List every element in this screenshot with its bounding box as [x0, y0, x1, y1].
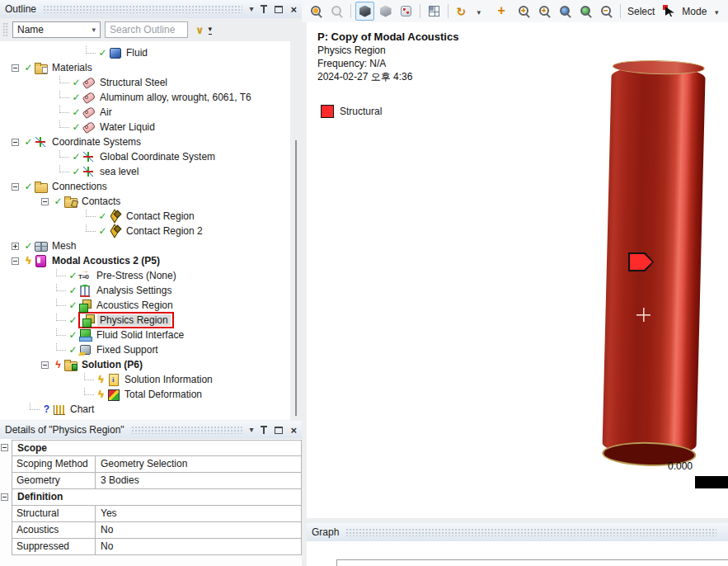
tree-item-contact-region-2[interactable]: ✓Contact Region 2 [0, 224, 290, 238]
tree-item-label: Mesh [49, 240, 78, 252]
cursor-icon [663, 5, 674, 17]
tree-item-fluid[interactable]: ✓Fluid [0, 45, 290, 60]
tree-item-fluid-solid-interface[interactable]: ✓Fluid Solid Interface [0, 328, 290, 342]
tree-item-air[interactable]: ✓Air [0, 105, 290, 120]
search-input[interactable] [105, 21, 188, 38]
pin-icon[interactable] [261, 426, 267, 435]
check-state-icon: ✓ [71, 77, 82, 88]
select-label: Select [627, 6, 655, 17]
bolt-state-icon: ϟ [96, 374, 106, 385]
tree-item-physics-region[interactable]: ✓Physics Region [0, 313, 290, 328]
details-row-suppressed: SuppressedNo [0, 539, 302, 555]
tree-item-sea-level[interactable]: ✓sea level [0, 164, 290, 179]
check-state-icon: ✓ [71, 166, 82, 177]
property-value[interactable]: No [96, 522, 301, 538]
mode-caret[interactable] [711, 2, 728, 21]
expander-minus-icon[interactable] [12, 139, 19, 146]
panel-menu-caret-icon[interactable]: ▾ [249, 426, 253, 434]
more-options-caret-icon[interactable]: ▾ [209, 26, 213, 35]
tree-item-connections[interactable]: ✓Connections [0, 179, 290, 194]
tree-item-water-liquid[interactable]: ✓Water Liquid [0, 120, 290, 134]
tree-item-aluminum-alloy-wrought-6061-t6[interactable]: ✓Aluminum alloy, wrought, 6061, T6 [0, 90, 290, 105]
random-colors-button[interactable] [397, 2, 416, 21]
zoom-button[interactable] [514, 2, 533, 21]
tree-item-acoustics-region[interactable]: ✓Acoustics Region [0, 298, 290, 313]
toolbar-separator [420, 4, 420, 18]
geometry-viewport[interactable]: P: Copy of Modal Acoustics Physics Regio… [307, 22, 728, 518]
maximize-icon[interactable] [275, 427, 283, 434]
ruler-zero-label: 0.000 [668, 460, 693, 472]
tree-item-structural-steel[interactable]: ✓Structural Steel [0, 75, 290, 90]
property-value[interactable]: No [96, 539, 301, 554]
expander-minus-icon[interactable] [41, 361, 49, 369]
zoom-out-button[interactable] [597, 2, 616, 21]
analysis-title: P: Copy of Modal Acoustics [317, 31, 458, 44]
tree-item-total-deformation[interactable]: ϟTotal Deformation [0, 387, 290, 402]
pin-icon[interactable] [261, 5, 267, 14]
tree-item-fixed-support[interactable]: ✓Fixed Support [0, 342, 290, 357]
check-state-icon: ✓ [68, 344, 78, 356]
tree-item-global-coordinate-system[interactable]: ✓Global Coordinate System [0, 149, 290, 164]
mag-green-icon [580, 6, 592, 17]
tree-item-solution-p6[interactable]: ϟSolution (P6) [0, 357, 290, 372]
tree-item-coordinate-systems[interactable]: ✓Coordinate Systems [0, 134, 290, 149]
tree-scrollbar-thumb[interactable] [295, 140, 297, 416]
tree-scrollbar-track[interactable] [290, 41, 302, 420]
settings-icon [78, 284, 92, 297]
details-row-structural: StructuralYes [0, 506, 302, 522]
close-icon[interactable]: × [290, 4, 297, 15]
property-value[interactable]: Yes [96, 506, 301, 521]
dice-icon [401, 6, 411, 17]
legend-label: Structural [340, 106, 382, 117]
toolbar-separator [448, 4, 449, 18]
outline-tree[interactable]: ✓Fluid✓Materials✓Structural Steel✓Alumin… [0, 41, 290, 420]
box-zoom-button[interactable] [535, 2, 554, 21]
zoom-to-fit-button[interactable] [556, 2, 575, 21]
toolbar-grip[interactable] [2, 22, 8, 37]
expander-minus-icon[interactable] [41, 198, 49, 205]
group-header-label: Definition [12, 489, 302, 506]
isometric-view-button[interactable] [355, 2, 374, 21]
header-texture [345, 528, 716, 536]
zoom-selection-button[interactable] [576, 2, 595, 21]
mode-label: Mode [682, 6, 707, 17]
expander-minus-icon[interactable] [12, 257, 19, 265]
expand-search-chevron-icon[interactable]: ∨ [195, 25, 204, 35]
rotate-options-caret[interactable] [473, 2, 492, 21]
select-mode-cursor-button[interactable] [659, 2, 678, 21]
expander-plus-icon[interactable] [12, 243, 19, 250]
tree-item-contact-region[interactable]: ✓Contact Region [0, 209, 290, 224]
rotate-button[interactable] [453, 2, 472, 21]
viewport-layout-button[interactable] [425, 2, 444, 21]
group-collapse-icon[interactable] [1, 444, 8, 451]
tag-icon [82, 120, 96, 134]
group-collapse-icon[interactable] [1, 493, 8, 501]
tree-item-chart[interactable]: ?Chart [0, 402, 290, 417]
pan-button[interactable] [494, 2, 513, 21]
expander-minus-icon[interactable] [12, 64, 19, 72]
filter-type-dropdown[interactable]: Name ▾ [12, 21, 101, 38]
next-view-button[interactable] [327, 2, 346, 21]
panel-menu-caret-icon[interactable]: ▾ [249, 5, 253, 13]
folder-contact-icon [63, 195, 77, 208]
tree-item-label: Contacts [79, 196, 123, 207]
maximize-icon[interactable] [275, 6, 283, 13]
tree-item-mesh[interactable]: ✓Mesh [0, 238, 290, 253]
graph-panel-body [307, 541, 728, 566]
close-icon[interactable]: × [290, 425, 297, 436]
legend: Structural [321, 105, 382, 118]
property-value[interactable]: 3 Bodies [96, 473, 301, 488]
question-state-icon: ? [41, 403, 52, 415]
cylinder-model [602, 59, 706, 468]
tree-item-analysis-settings[interactable]: ✓Analysis Settings [0, 283, 290, 298]
expander-minus-icon[interactable] [12, 183, 19, 191]
tree-item-contacts[interactable]: ✓Contacts [0, 194, 290, 209]
shaded-exterior-button[interactable] [376, 2, 395, 21]
tree-item-modal-acoustics-2-p5[interactable]: ϟModal Acoustics 2 (P5) [0, 253, 290, 268]
tree-item-solution-information[interactable]: ϟSolution Information [0, 372, 290, 387]
tree-item-materials[interactable]: ✓Materials [0, 60, 290, 75]
cube-gray-icon [380, 6, 392, 17]
tree-item-pre-stress-none[interactable]: ✓Pre-Stress (None) [0, 268, 290, 283]
previous-view-button[interactable] [307, 2, 326, 21]
property-value[interactable]: Geometry Selection [96, 456, 301, 472]
